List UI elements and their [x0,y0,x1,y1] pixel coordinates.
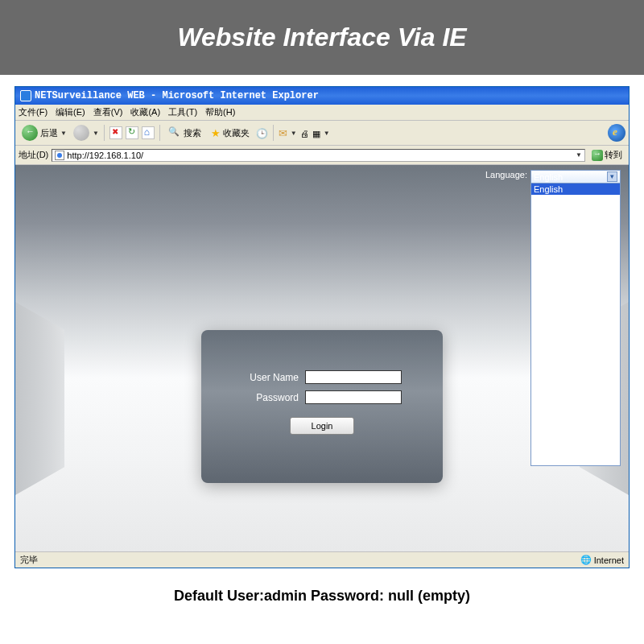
language-dropdown-head[interactable]: English ▾ [531,171,620,183]
address-bar: 地址(D) http://192.168.1.10/ ▼ 转到 [15,146,629,165]
status-text: 完毕 [20,554,38,566]
chevron-down-icon[interactable]: ▾ [607,171,617,182]
chevron-down-icon: ▼ [60,130,67,137]
edit-button[interactable] [312,126,320,140]
back-button[interactable]: 后退▼ [19,123,70,142]
language-option[interactable]: English [531,184,620,195]
language-dropdown[interactable]: English ▾ EnglishFrancaisHugarianItalian… [530,170,621,466]
stop-button[interactable] [109,126,122,139]
home-button[interactable] [142,126,155,139]
language-option[interactable]: Българскиезик [531,443,620,454]
login-button[interactable]: Login [290,417,354,435]
address-input[interactable]: http://192.168.1.10/ ▼ [52,149,585,162]
go-label: 转到 [605,149,622,161]
menu-favorites[interactable]: 收藏(A) [130,106,160,118]
go-button[interactable]: 转到 [588,148,625,162]
language-option[interactable]: EΛΛHNIKA [531,386,620,398]
background-wall-left [15,302,64,495]
favorites-button[interactable]: 收藏夹 [208,126,253,141]
separator [104,125,105,141]
language-option[interactable]: 繁體中文 [531,285,620,296]
separator [273,125,274,141]
chevron-down-icon[interactable]: ▼ [93,130,99,137]
language-option[interactable]: čeština [531,454,620,465]
language-option[interactable]: Francais [531,195,620,206]
language-selected: English [534,172,563,182]
print-button[interactable] [300,126,309,140]
search-label: 搜索 [184,127,201,139]
page-banner: Website Interface Via IE [0,0,644,75]
menu-view[interactable]: 查看(V) [93,106,123,118]
language-option[interactable]: ไทย [531,375,620,386]
language-option[interactable]: עברית [531,420,620,431]
language-option[interactable]: 简体中文 [531,262,620,274]
username-label: User Name [242,372,299,383]
menu-help[interactable]: 帮助(H) [205,106,235,118]
language-option[interactable]: Português(BR) [531,409,620,420]
language-label: Language: [485,170,527,180]
status-zone: Internet [594,555,624,565]
footer-caption: Default User:admin Password: null (empty… [0,588,644,605]
favorites-label: 收藏夹 [223,127,250,139]
go-arrow-icon [592,150,603,161]
forward-button[interactable] [73,125,89,141]
chevron-down-icon[interactable]: ▼ [291,130,297,137]
username-input[interactable] [305,370,402,384]
language-option[interactable]: Deutscher [531,296,620,308]
page-content: Language: English ▾ EnglishFrancaisHugar… [15,165,629,551]
language-option[interactable]: 한국어 [531,353,620,364]
language-option-list: EnglishFrancaisHugarianItalian日本語PORTUGU… [531,183,620,465]
menu-edit[interactable]: 编辑(E) [56,106,85,118]
globe-icon [580,555,592,565]
login-panel: User Name Password Login [201,330,443,483]
page-icon [55,151,64,160]
menu-tools[interactable]: 工具(T) [168,106,197,118]
language-option[interactable]: العربية [531,431,620,443]
language-option[interactable]: Italian [531,217,620,229]
menu-file[interactable]: 文件(F) [19,106,47,118]
menu-bar: 文件(F) 编辑(E) 查看(V) 收藏(A) 工具(T) 帮助(H) [15,105,629,121]
language-option[interactable]: فارسی [531,364,620,375]
ie-logo-icon [608,124,625,142]
search-button[interactable]: 搜索 [165,125,204,141]
language-option[interactable]: Română [531,330,620,341]
history-button[interactable] [256,126,268,140]
chevron-down-icon[interactable]: ▼ [324,130,330,137]
password-input[interactable] [305,390,402,404]
language-selector: Language: English ▾ EnglishFrancaisHugar… [485,170,621,466]
ie-small-icon [20,90,31,101]
back-arrow-icon [22,125,38,141]
ie-window: NETSurveillance WEB - Microsoft Internet… [14,86,630,568]
language-option[interactable]: SUOMI [531,341,620,353]
address-label: 地址(D) [19,149,48,161]
language-option[interactable]: Poland [531,308,620,319]
mail-button[interactable] [279,126,287,140]
window-titlebar[interactable]: NETSurveillance WEB - Microsoft Internet… [15,87,629,105]
language-option[interactable]: ESPAÑOL [531,274,620,285]
status-bar: 完毕 Internet [15,551,629,568]
language-option[interactable]: PORTUGUÊ [531,240,620,251]
chevron-down-icon[interactable]: ▼ [576,151,582,159]
language-option[interactable]: Hugarian [531,206,620,217]
language-option[interactable]: РУССКИЙ [531,251,620,262]
back-label: 后退 [40,127,58,139]
language-option[interactable]: 日本語 [531,229,620,240]
window-title: NETSurveillance WEB - Microsoft Internet… [35,90,319,101]
refresh-button[interactable] [126,126,138,139]
search-icon [168,126,181,139]
star-icon [211,127,221,139]
address-url: http://192.168.1.10/ [67,151,143,160]
language-option[interactable]: TüRKİYE [531,319,620,330]
language-option[interactable]: Việt [531,398,620,409]
separator [159,125,160,141]
toolbar: 后退▼ ▼ 搜索 收藏夹 ▼ ▼ [15,121,629,146]
password-label: Password [242,392,299,403]
